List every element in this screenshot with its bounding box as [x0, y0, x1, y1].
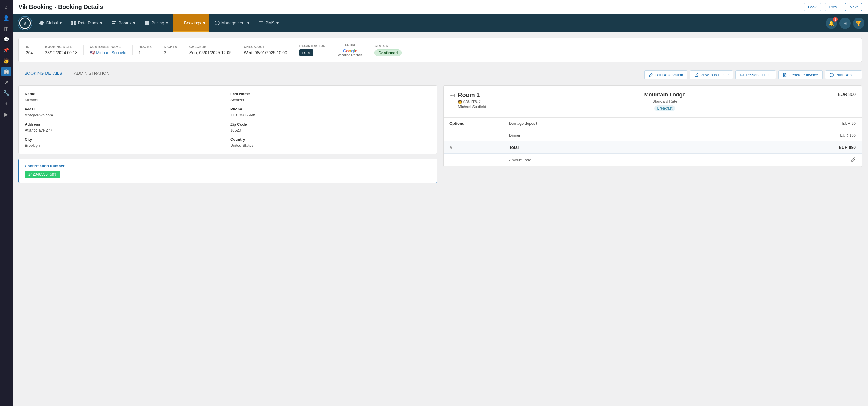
room-header: 🛏 Room 1 🧑 ADULTS: 2 Michael Scofield [443, 86, 862, 117]
page-title: Vik Booking - Booking Details [19, 4, 800, 10]
summary-id: ID 204 [26, 45, 39, 55]
summary-status: STATUS Confirmed [369, 44, 407, 56]
svg-rect-9 [145, 23, 147, 25]
summary-rooms: ROOMS 1 [132, 45, 158, 55]
options-label: Options [443, 117, 503, 130]
external-link-icon [694, 73, 699, 77]
printer-icon [830, 73, 834, 77]
id-value: 204 [26, 50, 33, 55]
print-receipt-button[interactable]: Print Receipt [825, 70, 862, 79]
checkin-label: CHECK-IN [189, 45, 232, 48]
edit-reservation-button[interactable]: Edit Reservation [644, 70, 687, 79]
summary-booking-date: BOOKING DATE 23/12/2024 00:18 [39, 45, 84, 55]
svg-rect-3 [71, 21, 73, 23]
view-front-site-button[interactable]: View in front site [690, 70, 733, 79]
back-button[interactable]: Back [804, 3, 821, 11]
summary-registration: REGISTRATION none [293, 44, 332, 56]
field-city: City Brooklyn [25, 137, 225, 148]
nav-item-global[interactable]: Global ▾ [35, 14, 66, 32]
checkin-value: Sun, 05/01/2025 12:05 [189, 50, 232, 55]
registration-value: none [299, 49, 326, 56]
booking-date-value: 23/12/2024 00:18 [45, 50, 78, 55]
action-buttons: Edit Reservation View in front site Re-s… [644, 70, 862, 79]
nav-label-pricing: Pricing [151, 21, 164, 25]
nav-item-pms[interactable]: PMS ▾ [255, 14, 282, 32]
checkout-label: CHECK-OUT [244, 45, 287, 48]
customer-name-value: 🇺🇸 Michael Scofield [90, 50, 126, 55]
tag-icon [71, 21, 76, 25]
grid-apps-button[interactable]: ⊞ [839, 18, 851, 29]
tabs: BOOKING DETAILS ADMINISTRATION [19, 68, 115, 79]
sidebar-icon-comment[interactable]: 💬 [1, 35, 11, 44]
trophy-button[interactable]: 🏆 [853, 18, 864, 29]
chevron-down-icon-4: ▾ [166, 21, 168, 25]
nav-right: 🔔 1 ⊞ 🏆 [826, 18, 864, 29]
chevron-down-icon-6: ▾ [247, 21, 249, 25]
dinner-name: Dinner [503, 130, 712, 141]
notification-button[interactable]: 🔔 1 [826, 18, 837, 29]
nav-item-management[interactable]: Management ▾ [211, 14, 254, 32]
room-adults: 🧑 ADULTS: 2 [458, 100, 486, 104]
summary-nights: NIGHTS 3 [158, 45, 184, 55]
customer-name-label: CUSTOMER NAME [90, 45, 126, 48]
confirmation-number-card: Confirmation Number 2420485364599 [19, 159, 437, 183]
logo: e [16, 14, 34, 32]
next-button[interactable]: Next [845, 3, 862, 11]
nav-item-rooms[interactable]: Rooms ▾ [107, 14, 140, 32]
room-property-name: Mountain Lodge [492, 92, 838, 98]
prev-button[interactable]: Prev [825, 3, 842, 11]
chevron-down-icon-2: ▾ [100, 21, 102, 25]
nav-item-bookings[interactable]: Bookings ▾ [173, 14, 209, 32]
sidebar-icon-share[interactable]: ↗ [1, 77, 11, 87]
registration-label: REGISTRATION [299, 44, 326, 47]
sidebar-icon-wrench[interactable]: 🔧 [1, 88, 11, 98]
sidebar-icon-pin[interactable]: 📌 [1, 45, 11, 55]
flag-icon: 🇺🇸 [90, 50, 95, 55]
sidebar-icon-layers[interactable]: ◫ [1, 24, 11, 33]
registration-badge: none [299, 49, 313, 56]
sidebar-icon-play[interactable]: ▶ [1, 109, 11, 119]
sidebar: ⌂ 👤 ◫ 💬 📌 🧑 🏢 ↗ 🔧 ＋ ▶ [0, 0, 12, 406]
amount-paid-row: Amount Paid [443, 154, 862, 167]
summary-checkout: CHECK-OUT Wed, 08/01/2025 10:00 [238, 45, 293, 55]
nav-label-rooms: Rooms [118, 21, 131, 25]
confirmation-value: 2420485364599 [25, 171, 60, 178]
tab-booking-details[interactable]: BOOKING DETAILS [19, 68, 68, 79]
summary-customer-name: CUSTOMER NAME 🇺🇸 Michael Scofield [84, 45, 132, 55]
tab-administration[interactable]: ADMINISTRATION [68, 68, 116, 79]
customer-name-link[interactable]: Michael Scofield [96, 50, 126, 55]
amount-paid-edit-icon[interactable] [712, 154, 862, 167]
generate-invoice-button[interactable]: Generate Invoice [778, 70, 823, 79]
from-label: FROM [338, 43, 362, 47]
customer-info-card: Name Michael Last Name Scofield e-Mail t… [19, 86, 437, 154]
svg-rect-11 [178, 21, 182, 25]
sidebar-icon-plus[interactable]: ＋ [1, 99, 11, 108]
resend-email-button[interactable]: Re-send Email [736, 70, 776, 79]
expand-chevron-icon[interactable]: ∨ [450, 145, 453, 150]
field-zip: Zip Code 10520 [230, 122, 431, 132]
nav-item-rate-plans[interactable]: Rate Plans ▾ [67, 14, 106, 32]
customer-fields: Name Michael Last Name Scofield e-Mail t… [25, 92, 431, 148]
notification-badge: 1 [833, 17, 838, 22]
svg-rect-13 [740, 73, 744, 76]
sidebar-icon-home[interactable]: ⌂ [1, 2, 11, 12]
sidebar-icon-building[interactable]: 🏢 [1, 67, 11, 76]
total-label: Total [503, 141, 712, 154]
field-email: e-Mail test@vikwp.com [25, 107, 225, 117]
id-label: ID [26, 45, 33, 48]
checkout-value: Wed, 08/01/2025 10:00 [244, 50, 287, 55]
field-address: Address Atlantic ave 277 [25, 122, 225, 132]
total-row: ∨ Total EUR 990 [443, 141, 862, 154]
sidebar-icon-users[interactable]: 👤 [1, 13, 11, 23]
chevron-down-icon: ▾ [60, 21, 62, 25]
status-label: STATUS [374, 44, 402, 47]
svg-rect-4 [74, 21, 76, 23]
svg-rect-6 [74, 23, 76, 25]
options-row: Options Damage deposit EUR 90 [443, 117, 862, 130]
grid-icon [145, 21, 150, 25]
nights-value: 3 [164, 50, 177, 55]
room-card: 🛏 Room 1 🧑 ADULTS: 2 Michael Scofield [443, 86, 862, 167]
field-name: Name Michael [25, 92, 225, 102]
nav-item-pricing[interactable]: Pricing ▾ [141, 14, 172, 32]
sidebar-icon-person[interactable]: 🧑 [1, 56, 11, 66]
